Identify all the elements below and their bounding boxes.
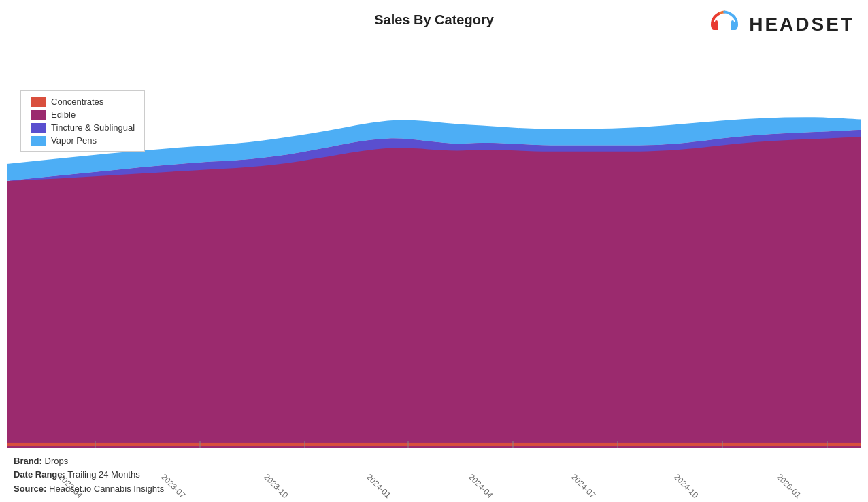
legend-color-edible — [31, 110, 46, 120]
chart-title: Sales By Category — [0, 12, 868, 28]
edible-area — [7, 130, 861, 448]
x-tick-4: 2024-01 — [365, 472, 393, 500]
page-container: HEADSET Sales By Category — [0, 0, 868, 502]
chart-footer: Brand: Drops Date Range: Trailing 24 Mon… — [14, 454, 164, 497]
x-tick-7: 2024-10 — [672, 472, 700, 500]
legend-label-edible: Edible — [51, 110, 76, 120]
legend-item-concentrates: Concentrates — [31, 97, 135, 107]
legend-item-edible: Edible — [31, 110, 135, 120]
x-tick-6: 2024-07 — [569, 472, 597, 500]
legend-label-vapor: Vapor Pens — [51, 135, 97, 146]
brand-label: Brand: — [14, 456, 42, 466]
footer-brand: Brand: Drops — [14, 454, 164, 469]
footer-source: Source: Headset.io Cannabis Insights — [14, 482, 164, 497]
legend-color-concentrates — [31, 97, 46, 107]
legend-color-vapor — [31, 136, 46, 146]
footer-date-range: Date Range: Trailing 24 Months — [14, 468, 164, 482]
legend-item-vapor: Vapor Pens — [31, 135, 135, 146]
chart-legend: Concentrates Edible Tincture & Sublingua… — [20, 90, 145, 152]
legend-color-tincture — [31, 123, 46, 133]
chart-area: Concentrates Edible Tincture & Sublingua… — [7, 44, 861, 448]
source-label: Source: — [14, 484, 46, 494]
brand-value: Drops — [45, 456, 69, 466]
source-value: Headset.io Cannabis Insights — [49, 484, 164, 494]
legend-label-tincture: Tincture & Sublingual — [51, 122, 135, 133]
legend-label-concentrates: Concentrates — [51, 97, 103, 107]
x-tick-5: 2024-04 — [467, 472, 495, 500]
x-tick-3: 2023-10 — [262, 472, 290, 500]
date-range-value: Trailing 24 Months — [67, 469, 139, 480]
concentrates-area — [7, 443, 861, 446]
date-range-label: Date Range: — [14, 469, 65, 480]
x-tick-8: 2025-01 — [775, 472, 803, 500]
legend-item-tincture: Tincture & Sublingual — [31, 122, 135, 133]
